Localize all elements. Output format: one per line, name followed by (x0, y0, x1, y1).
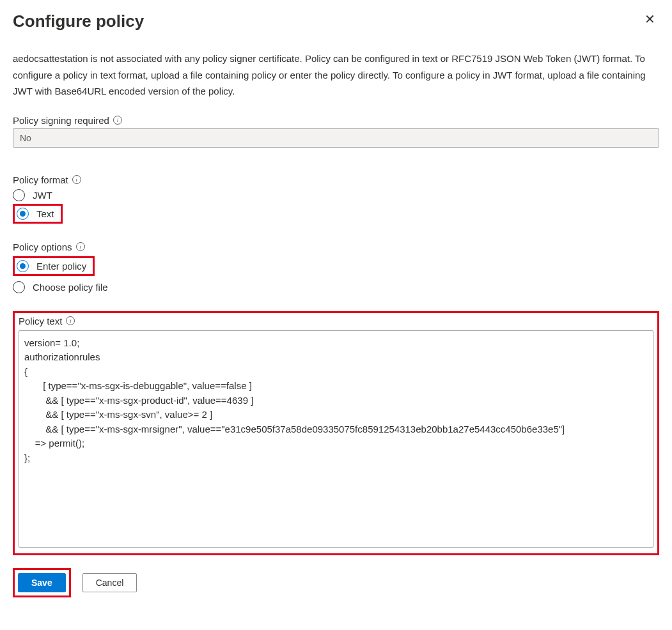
radio-icon (17, 208, 29, 220)
radio-icon (13, 189, 25, 201)
radio-label-jwt: JWT (33, 190, 52, 201)
policy-text-label-text: Policy text (19, 316, 62, 327)
radio-icon (17, 260, 29, 272)
highlight-text-radio: Text (13, 204, 63, 224)
highlight-policy-text-section: Policy text i (13, 311, 659, 555)
highlight-enter-policy-radio: Enter policy (13, 256, 95, 276)
info-icon[interactable]: i (66, 316, 75, 325)
save-button[interactable]: Save (18, 573, 66, 592)
policy-text-input[interactable] (19, 330, 653, 548)
highlight-save-button: Save (13, 568, 71, 597)
signing-required-input (13, 128, 659, 148)
radio-label-choose-file: Choose policy file (33, 282, 108, 293)
radio-choose-file[interactable]: Choose policy file (13, 281, 659, 293)
signing-required-label-text: Policy signing required (13, 115, 109, 126)
policy-format-label: Policy format i (13, 174, 659, 185)
radio-label-enter-policy: Enter policy (36, 261, 86, 272)
policy-options-label: Policy options i (13, 242, 659, 252)
cancel-button[interactable]: Cancel (82, 573, 137, 592)
page-title: Configure policy (13, 12, 144, 31)
policy-description: aedocsattestation is not associated with… (13, 50, 659, 100)
policy-text-label: Policy text i (19, 316, 653, 327)
info-icon[interactable]: i (113, 116, 122, 125)
close-icon[interactable]: ✕ (641, 12, 659, 27)
policy-options-label-text: Policy options (13, 242, 72, 252)
policy-format-label-text: Policy format (13, 174, 68, 185)
radio-icon (13, 281, 25, 293)
info-icon[interactable]: i (76, 242, 85, 251)
radio-enter-policy[interactable]: Enter policy (17, 260, 86, 272)
radio-label-text: Text (36, 208, 54, 219)
signing-required-label: Policy signing required i (13, 115, 659, 126)
radio-jwt[interactable]: JWT (13, 189, 659, 201)
radio-text[interactable]: Text (17, 208, 54, 220)
info-icon[interactable]: i (72, 175, 81, 184)
